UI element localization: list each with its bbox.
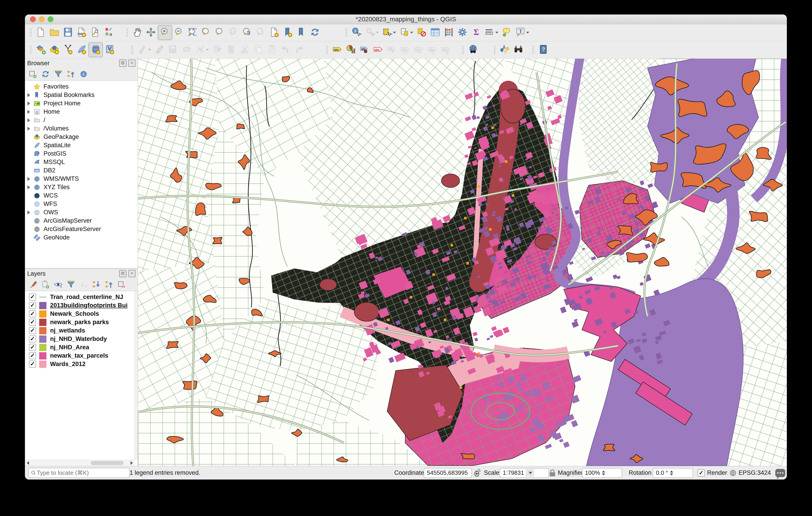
collapse-all-layers-button[interactable] xyxy=(104,280,114,289)
scroll-thumb[interactable] xyxy=(91,461,123,465)
move-label-button[interactable]: abc xyxy=(412,43,426,57)
layer-checkbox[interactable]: ✓ xyxy=(29,294,36,301)
layer-checkbox[interactable]: ✓ xyxy=(29,352,36,359)
zoom-to-selection-button[interactable] xyxy=(199,26,213,40)
browser-close-button[interactable]: × xyxy=(128,60,136,67)
layer-row-nj-nhd-area[interactable]: ✓nj_NHD_Area xyxy=(25,343,138,352)
redo-button[interactable] xyxy=(292,43,306,57)
browser-item-project-home[interactable]: Project Home xyxy=(25,99,138,108)
expand-arrow-icon[interactable] xyxy=(27,127,30,131)
layer-name[interactable]: Wards_2012 xyxy=(50,361,86,368)
filter-browser-button[interactable] xyxy=(54,69,63,79)
layer-name[interactable]: newark_tax_parcels xyxy=(50,352,108,359)
coordinate-input[interactable]: 545505,683995 xyxy=(424,468,472,478)
help-button[interactable]: ? xyxy=(536,43,550,57)
show-hide-labels-button[interactable]: abc xyxy=(398,43,412,57)
layer-row-newark-schools[interactable]: ✓Newark_Schools xyxy=(25,310,138,318)
osm-place-search-button[interactable] xyxy=(512,43,525,57)
layers-float-button[interactable]: ⧉ xyxy=(119,270,126,277)
layer-name[interactable]: Newark_Schools xyxy=(50,310,99,317)
modify-attributes-button[interactable] xyxy=(211,43,224,57)
digitize-feature-button[interactable] xyxy=(180,43,194,57)
add-virtual-layer-button[interactable] xyxy=(103,43,116,57)
delete-selected-button[interactable] xyxy=(224,43,238,57)
expand-all-button[interactable] xyxy=(91,280,101,289)
rotation-spinbox[interactable]: 0.0 ° xyxy=(653,468,693,478)
new-map-view-button[interactable] xyxy=(267,26,281,40)
pan-to-selection-button[interactable] xyxy=(144,26,158,40)
browser-item-wcs[interactable]: WCS xyxy=(25,191,138,200)
paste-features-button[interactable] xyxy=(265,43,279,57)
locator-input[interactable] xyxy=(36,469,127,477)
open-layer-styling-button[interactable] xyxy=(28,280,38,289)
expand-arrow-icon[interactable] xyxy=(27,177,30,181)
layer-name[interactable]: newark_parks parks xyxy=(50,319,109,326)
layer-diagram-button[interactable] xyxy=(344,43,357,57)
map-canvas[interactable] xyxy=(138,59,787,466)
browser-float-button[interactable]: ⧉ xyxy=(119,60,126,67)
undo-button[interactable] xyxy=(279,43,292,57)
layer-swatch[interactable] xyxy=(39,344,47,351)
layer-name[interactable]: 2013buildingfootprints Bui xyxy=(50,302,127,309)
processing-toolbox-button[interactable] xyxy=(456,26,469,40)
properties-button[interactable]: i xyxy=(79,69,88,79)
measure-button[interactable] xyxy=(483,26,500,40)
deselect-features-button[interactable] xyxy=(415,26,429,40)
render-checkbox[interactable]: ✓ xyxy=(698,469,705,477)
browser-item-wfs[interactable]: WFS xyxy=(25,200,138,208)
browser-item-ows[interactable]: OWS xyxy=(25,208,138,217)
add-raster-layer-button[interactable] xyxy=(48,43,61,57)
rotate-label-button[interactable]: abc xyxy=(426,43,439,57)
layer-row-newark-tax-parcels[interactable]: ✓newark_tax_parcels xyxy=(25,352,138,360)
expand-arrow-icon[interactable] xyxy=(27,101,30,105)
layer-name[interactable]: nj_NHD_Waterbody xyxy=(50,335,107,342)
current-edits-button[interactable] xyxy=(136,43,153,57)
minimize-window-button[interactable] xyxy=(39,16,45,22)
refresh-map-button[interactable] xyxy=(308,26,322,40)
crs-indicator[interactable]: EPSG:3424 xyxy=(729,466,771,480)
metasearch-button[interactable] xyxy=(466,43,480,57)
layer-checkbox[interactable]: ✓ xyxy=(29,335,36,342)
browser-item-spatial-bookmarks[interactable]: Spatial Bookmarks xyxy=(25,91,138,99)
zoom-next-button[interactable] xyxy=(254,26,267,40)
zoom-full-extent-button[interactable] xyxy=(186,26,199,40)
layer-name[interactable]: nj_NHD_Area xyxy=(50,344,89,351)
copy-features-button[interactable] xyxy=(252,43,265,57)
add-postgis-layer-button[interactable] xyxy=(88,42,103,57)
scroll-left-arrow[interactable] xyxy=(27,461,29,465)
browser-item-db2[interactable]: DB2DB2 xyxy=(25,166,138,175)
collapse-all-button[interactable] xyxy=(66,69,76,79)
layer-checkbox[interactable]: ✓ xyxy=(29,361,36,368)
style-manager-button[interactable]: a xyxy=(102,26,116,40)
browser-item-postgis[interactable]: PostGIS xyxy=(25,150,138,158)
layer-name[interactable]: nj_wetlands xyxy=(50,327,85,334)
browser-item-arcgismapserver[interactable]: ArcGisMapServer xyxy=(25,217,138,225)
pan-map-button[interactable] xyxy=(130,26,144,40)
expand-arrow-icon[interactable] xyxy=(27,110,30,114)
scale-combobox[interactable]: 1:79831 xyxy=(499,468,549,478)
layer-row-newark-parks-parks[interactable]: ✓newark_parks parks xyxy=(25,318,138,326)
messages-button[interactable] xyxy=(775,469,785,477)
layer-row-tran-road-centerline-nj[interactable]: ✓Tran_road_centerline_NJ xyxy=(25,293,138,301)
statistical-summary-button[interactable]: Σ xyxy=(469,26,483,40)
vertex-tool-button[interactable] xyxy=(194,43,211,57)
select-by-value-button[interactable] xyxy=(398,26,415,40)
locator-search[interactable] xyxy=(28,468,130,478)
layer-swatch[interactable] xyxy=(39,310,47,317)
layer-swatch[interactable] xyxy=(39,352,47,360)
zoom-last-button[interactable] xyxy=(240,26,254,40)
add-group-button[interactable] xyxy=(41,280,50,289)
new-spatial-bookmark-button[interactable] xyxy=(281,26,294,40)
layer-checkbox[interactable]: ✓ xyxy=(29,344,36,351)
rotation-spinner[interactable] xyxy=(670,471,673,476)
browser-item-mssql[interactable]: MSSQL xyxy=(25,158,138,166)
layer-name[interactable]: Tran_road_centerline_NJ xyxy=(50,294,123,301)
layer-row-wards-2012[interactable]: ✓Wards_2012 xyxy=(25,360,138,368)
layer-swatch[interactable] xyxy=(39,361,47,368)
layer-checkbox[interactable]: ✓ xyxy=(29,319,36,326)
toggle-editing-button[interactable] xyxy=(153,43,166,57)
run-feature-action-button[interactable] xyxy=(363,26,380,40)
add-delimited-text-layer-button[interactable] xyxy=(61,43,75,57)
layer-row-2013buildingfootprints-bui[interactable]: ✓2013buildingfootprints Bui xyxy=(25,301,138,310)
save-project-button[interactable] xyxy=(61,26,75,40)
